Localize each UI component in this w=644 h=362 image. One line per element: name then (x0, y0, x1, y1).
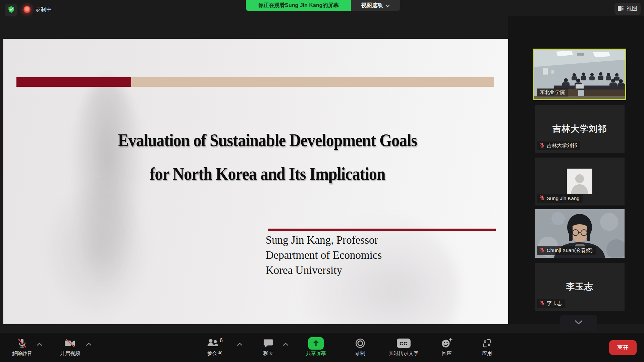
participant-tile[interactable]: 李玉志 李玉志 (535, 263, 625, 311)
author-department: Department of Economics (266, 248, 382, 263)
unmute-button[interactable]: 解除静音 (12, 337, 32, 357)
participant-name-chip: 东北亚学院 (537, 88, 568, 97)
participant-name-chip: 吉林大学刘祁 (537, 141, 580, 150)
slide-title-line1: Evaluation of Sustainable Development Go… (51, 130, 484, 150)
participant-name-chip: Sung Jin Kang (537, 194, 583, 203)
participant-name-chip: 李玉志 (537, 299, 565, 308)
participants-button[interactable]: 6 参会者 (207, 337, 223, 357)
participant-name: Sung Jin Kang (547, 195, 580, 201)
recording-indicator: 录制中 (23, 6, 52, 13)
participant-tile[interactable]: 吉林大学刘祁 吉林大学刘祁 (535, 105, 625, 153)
view-button[interactable]: 视图 (614, 3, 641, 15)
reactions-label: 回应 (442, 350, 452, 357)
participants-icon (207, 338, 219, 348)
unmute-label: 解除静音 (12, 350, 32, 357)
apps-icon (482, 337, 492, 350)
leave-button[interactable]: 离开 (609, 340, 637, 355)
participants-caret[interactable] (237, 341, 243, 347)
gallery-view-icon (618, 6, 624, 12)
record-button[interactable]: 录制 (355, 337, 366, 357)
participants-panel: 东北亚学院 吉林大学刘祁 吉林大学刘祁 Sung Jin Kang (508, 16, 644, 324)
chevron-down-icon (385, 3, 390, 9)
start-video-button[interactable]: 开启视频 (60, 337, 80, 357)
mic-muted-icon (17, 337, 28, 350)
mic-muted-icon (539, 195, 545, 201)
mic-muted-icon (539, 247, 545, 254)
slide-title-line2: for North Korea and Its Implication (51, 164, 484, 184)
share-screen-icon (308, 337, 324, 350)
author-university: Korea University (266, 263, 382, 278)
reactions-icon (441, 337, 452, 350)
meeting-toolbar: 解除静音 开启视频 6 参会者 (0, 333, 644, 362)
chat-caret[interactable] (283, 341, 288, 347)
share-screen-button[interactable]: 共享屏幕 (306, 337, 326, 357)
participants-count: 6 (220, 338, 223, 344)
slide-accent-bar-tan (131, 77, 494, 87)
camera-off-icon (64, 337, 76, 350)
shield-check-icon (7, 6, 15, 15)
participant-name: Chunji Xuan(玄春姬) (547, 247, 593, 254)
security-button[interactable] (5, 4, 17, 16)
participant-name: 东北亚学院 (540, 89, 565, 96)
cc-icon: CC (397, 339, 411, 348)
participant-tile[interactable]: Sung Jin Kang (535, 158, 625, 205)
shared-screen-slide: Evaluation of Sustainable Development Go… (3, 39, 508, 324)
participant-name: 吉林大学刘祁 (547, 142, 577, 149)
participant-name: 李玉志 (547, 300, 562, 307)
chat-label: 聊天 (263, 350, 273, 357)
apps-label: 应用 (482, 350, 492, 357)
video-options-caret[interactable] (86, 341, 92, 347)
collapse-thumbnails-button[interactable] (560, 315, 597, 330)
slide-accent-bar-red (16, 77, 131, 87)
start-video-label: 开启视频 (60, 350, 80, 357)
chevron-down-icon (575, 320, 583, 326)
mic-muted-icon (539, 300, 545, 307)
apps-button[interactable]: 应用 (482, 337, 492, 357)
viewing-banner: 你正在观看Sung Jin Kang的屏幕 (246, 0, 351, 11)
author-name: Sung Jin Kang, Professor (266, 233, 382, 248)
view-button-label: 视图 (627, 5, 637, 12)
participant-name-chip: Chunji Xuan(玄春姬) (537, 246, 596, 255)
author-divider-rule (268, 229, 496, 231)
zoom-meeting-window: 录制中 你正在观看Sung Jin Kang的屏幕 视图选项 视图 Evalua… (0, 0, 644, 362)
chat-button[interactable]: 聊天 (263, 337, 273, 357)
live-transcript-button[interactable]: CC 实时转录文字 (388, 337, 419, 357)
share-screen-label: 共享屏幕 (306, 350, 326, 357)
recording-dot-icon (23, 6, 31, 13)
video-tile-active-speaker[interactable]: 东北亚学院 (533, 49, 626, 100)
audio-options-caret[interactable] (37, 341, 42, 347)
slide-watermark (44, 180, 151, 320)
slide-title: Evaluation of Sustainable Development Go… (3, 130, 508, 184)
reactions-button[interactable]: 回应 (441, 337, 452, 357)
record-icon (355, 337, 366, 350)
record-label: 录制 (355, 350, 365, 357)
recording-label: 录制中 (35, 6, 52, 13)
author-block: Sung Jin Kang, Professor Department of E… (266, 233, 382, 278)
mic-muted-icon (539, 142, 545, 149)
live-transcript-label: 实时转录文字 (388, 350, 419, 357)
video-tile[interactable]: Chunji Xuan(玄春姬) (535, 209, 625, 258)
avatar (567, 169, 592, 194)
view-options-label: 视图选项 (361, 2, 383, 9)
chat-icon (263, 337, 273, 350)
view-options-button[interactable]: 视图选项 (351, 0, 400, 11)
participants-label: 参会者 (207, 350, 222, 357)
